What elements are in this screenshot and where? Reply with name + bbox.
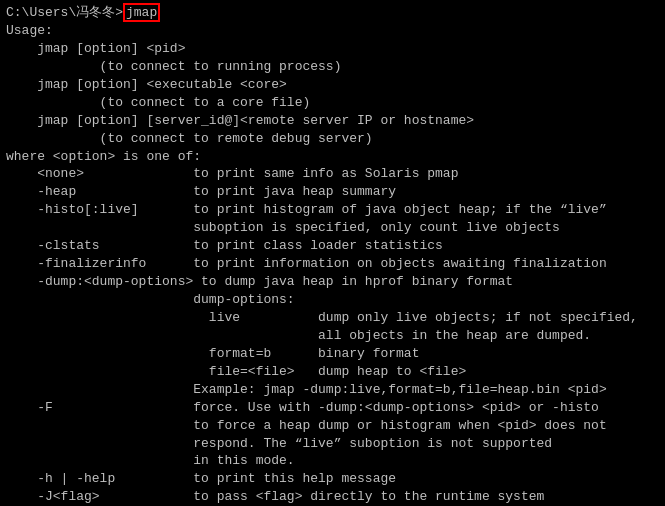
output-line-15: -dump:<dump-options> to dump java heap i… [6, 273, 659, 291]
output-line-19: format=b binary format [6, 345, 659, 363]
output-line-20: file=<file> dump heap to <file> [6, 363, 659, 381]
command-line: C:\Users\冯冬冬>jmap [6, 4, 659, 22]
output-line-25: in this mode. [6, 452, 659, 470]
output-line-2: (to connect to running process) [6, 58, 659, 76]
output-line-10: -heap to print java heap summary [6, 183, 659, 201]
output-line-23: to force a heap dump or histogram when <… [6, 417, 659, 435]
output-line-0: Usage: [6, 22, 659, 40]
output-line-22: -F force. Use with -dump:<dump-options> … [6, 399, 659, 417]
output-line-1: jmap [option] <pid> [6, 40, 659, 58]
output-line-13: -clstats to print class loader statistic… [6, 237, 659, 255]
prompt-text: C:\Users\冯冬冬> [6, 5, 123, 20]
output-line-18: all objects in the heap are dumped. [6, 327, 659, 345]
output-line-21: Example: jmap -dump:live,format=b,file=h… [6, 381, 659, 399]
terminal-window: C:\Users\冯冬冬>jmap Usage: jmap [option] <… [0, 0, 665, 506]
output-line-9: <none> to print same info as Solaris pma… [6, 165, 659, 183]
output-line-11: -histo[:live] to print histogram of java… [6, 201, 659, 219]
output-line-3: jmap [option] <executable <core> [6, 76, 659, 94]
output-line-16: dump-options: [6, 291, 659, 309]
output-line-4: (to connect to a core file) [6, 94, 659, 112]
output-line-27: -J<flag> to pass <flag> directly to the … [6, 488, 659, 506]
output-line-5: jmap [option] [server_id@]<remote server… [6, 112, 659, 130]
output-line-12: suboption is specified, only count live … [6, 219, 659, 237]
output-line-8: where <option> is one of: [6, 148, 659, 166]
output-line-24: respond. The “live” suboption is not sup… [6, 435, 659, 453]
output-line-17: live dump only live objects; if not spec… [6, 309, 659, 327]
output-line-6: (to connect to remote debug server) [6, 130, 659, 148]
command-highlight: jmap [123, 3, 160, 22]
output-line-26: -h | -help to print this help message [6, 470, 659, 488]
output-line-14: -finalizerinfo to print information on o… [6, 255, 659, 273]
